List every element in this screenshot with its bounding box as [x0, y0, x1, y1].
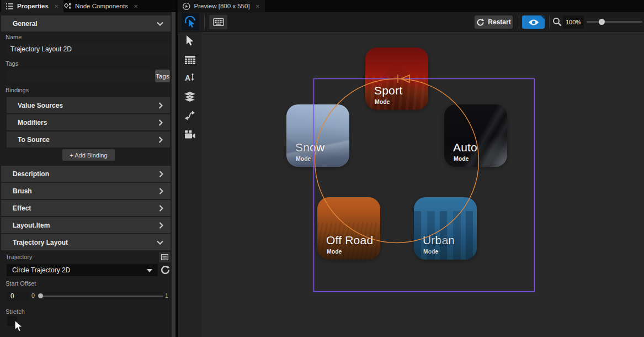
binding-row-modifiers[interactable]: Modifiers — [7, 114, 170, 130]
chevron-right-icon — [158, 119, 163, 126]
mode-tile-sport[interactable]: Sport Mode — [365, 48, 428, 110]
left-tabbar: Properties ✕ Node Components ✕ — [0, 0, 175, 12]
zoom-level-value: 100% — [566, 19, 581, 25]
tile-title: Urban — [423, 234, 455, 247]
chevron-down-icon — [157, 22, 163, 26]
tab-node-components[interactable]: Node Components ✕ — [59, 0, 143, 12]
trajectory-label: Trajectory — [6, 254, 33, 260]
layers-tool-button[interactable] — [184, 91, 195, 102]
start-offset-label: Start Offset — [6, 280, 36, 287]
section-layout-item[interactable]: Layout.Item — [1, 217, 171, 233]
name-label: Name — [6, 34, 22, 40]
name-field[interactable]: Trajectory Layout 2D — [7, 43, 170, 55]
close-icon[interactable]: ✕ — [54, 3, 58, 9]
video-camera-icon — [184, 130, 195, 139]
reset-icon — [160, 265, 171, 275]
section-label: Description — [13, 170, 49, 178]
stretch-checkbox[interactable] — [7, 316, 17, 326]
zoom-level-field[interactable]: 100% — [563, 15, 584, 29]
tags-button[interactable]: Tags — [155, 70, 170, 82]
grid-tool-button[interactable] — [184, 54, 195, 65]
stretch-label: Stretch — [6, 308, 25, 315]
interact-tool-button[interactable] — [182, 13, 199, 30]
grid-icon — [185, 56, 195, 64]
section-trajectory-layout[interactable]: Trajectory Layout — [1, 234, 171, 250]
tile-title: Auto — [453, 141, 477, 154]
trajectory-dropdown-value: Circle Trajectory 2D — [12, 266, 70, 274]
start-offset-value: 0 — [10, 292, 14, 300]
tab-node-components-label: Node Components — [75, 3, 128, 9]
trajectory-browse-button[interactable] — [159, 252, 171, 262]
chevron-right-icon — [159, 222, 163, 229]
zoom-slider-track[interactable] — [587, 21, 642, 23]
chevron-right-icon — [158, 102, 163, 109]
tags-label: Tags — [6, 60, 18, 67]
properties-panel: General Name Trajectory Layout 2D Tags T… — [0, 12, 172, 337]
virtual-keyboard-button[interactable] — [209, 15, 227, 29]
section-label: Trajectory Layout — [13, 239, 68, 246]
chevron-right-icon — [159, 171, 163, 177]
text-tool-button[interactable]: A — [184, 72, 195, 83]
mode-tile-off-road[interactable]: Off Road Mode — [317, 197, 380, 260]
panel-scrollbar[interactable] — [172, 12, 175, 337]
magnifier-icon — [552, 17, 562, 27]
dropdown-caret-icon — [147, 269, 152, 272]
mode-tile-urban[interactable]: Urban Mode — [414, 197, 477, 260]
chevron-right-icon — [158, 136, 163, 143]
section-general-label: General — [13, 20, 38, 28]
start-offset-input[interactable]: 0 — [7, 291, 29, 301]
analyze-eye-button[interactable] — [522, 15, 545, 29]
close-icon[interactable]: ✕ — [256, 3, 260, 9]
layers-icon — [184, 92, 195, 102]
restart-button[interactable]: Restart — [475, 15, 513, 29]
mode-tile-auto[interactable]: Auto Mode — [444, 104, 507, 167]
binding-row-to-source[interactable]: To Source — [7, 131, 170, 148]
node-components-icon — [64, 3, 71, 9]
chevron-down-icon — [157, 240, 163, 245]
select-tool-button[interactable] — [184, 35, 195, 46]
tile-subtitle: Mode — [327, 248, 342, 255]
text-a-icon: A — [185, 73, 195, 83]
start-offset-max: 1 — [165, 292, 168, 299]
toolbar-separator — [204, 15, 205, 29]
close-icon[interactable]: ✕ — [134, 3, 138, 9]
section-brush[interactable]: Brush — [1, 183, 171, 199]
preview-viewport[interactable]: Sport Mode Snow Mode Auto Mode Off Road … — [202, 32, 644, 337]
section-label: Layout.Item — [13, 222, 50, 229]
tile-subtitle: Mode — [375, 98, 390, 105]
cursor-arrow-icon — [186, 35, 194, 46]
tile-subtitle: Mode — [296, 155, 311, 162]
start-offset-slider-track[interactable] — [39, 296, 163, 297]
keyboard-icon — [213, 18, 224, 26]
toolbar-separator — [519, 15, 519, 29]
tab-preview-label: Preview [800 x 550] — [194, 3, 250, 9]
play-icon — [183, 2, 190, 10]
bindings-label: Bindings — [6, 87, 29, 93]
binding-row-label: To Source — [18, 136, 50, 144]
tags-button-label: Tags — [156, 73, 169, 80]
section-general[interactable]: General — [1, 15, 171, 31]
toolbar-separator — [549, 15, 550, 29]
tags-field[interactable] — [7, 70, 154, 82]
list-icon — [6, 3, 13, 9]
section-effect[interactable]: Effect — [1, 200, 171, 216]
trajectory-reset-button[interactable] — [160, 265, 171, 275]
start-offset-slider-thumb[interactable] — [38, 293, 43, 298]
branch-tool-button[interactable] — [184, 110, 195, 121]
binding-row-value-sources[interactable]: Value Sources — [7, 97, 170, 113]
tab-preview[interactable]: Preview [800 x 550] ✕ — [178, 0, 265, 12]
tab-properties[interactable]: Properties ✕ — [1, 0, 63, 12]
trajectory-dropdown[interactable]: Circle Trajectory 2D — [7, 264, 158, 276]
restart-icon — [476, 18, 485, 27]
eye-icon — [528, 19, 539, 26]
add-binding-button[interactable]: + Add Binding — [62, 149, 115, 161]
camera-tool-button[interactable] — [184, 129, 195, 140]
chevron-right-icon — [159, 205, 163, 212]
start-offset-min: 0 — [31, 292, 35, 299]
section-description[interactable]: Description — [1, 166, 171, 182]
pointer-click-icon — [184, 16, 196, 28]
zoom-slider-thumb[interactable] — [599, 19, 605, 25]
add-binding-label: + Add Binding — [70, 152, 107, 159]
mode-tile-snow[interactable]: Snow Mode — [286, 104, 349, 167]
section-label: Effect — [13, 204, 31, 212]
